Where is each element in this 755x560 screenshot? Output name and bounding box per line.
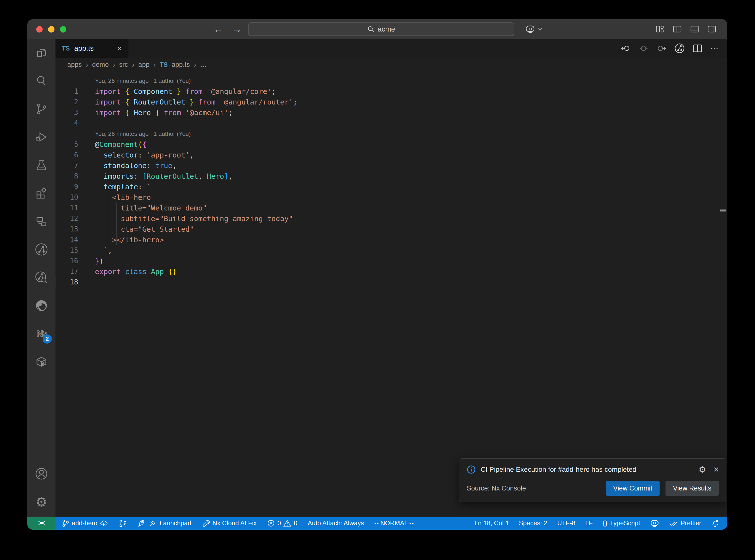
code-line: 16}) bbox=[56, 256, 728, 266]
code-line-content: }) bbox=[78, 257, 103, 265]
code-line-content: standalone: true, bbox=[78, 161, 177, 170]
tab-label: app.ts bbox=[74, 44, 94, 53]
typescript-file-icon: TS bbox=[160, 61, 168, 68]
close-icon[interactable]: × bbox=[714, 465, 719, 474]
breadcrumb-symbol-tail[interactable]: … bbox=[200, 61, 207, 68]
copilot-status-item[interactable] bbox=[650, 519, 659, 527]
remote-indicator[interactable]: >< bbox=[27, 517, 56, 530]
toggle-panel-icon[interactable] bbox=[690, 25, 699, 33]
code-line-content: @Component({ bbox=[78, 140, 147, 148]
git-compare-item[interactable] bbox=[119, 519, 127, 527]
containers-icon[interactable] bbox=[34, 354, 49, 370]
nx-graph-search-icon[interactable] bbox=[34, 269, 49, 285]
indent-guide bbox=[108, 193, 108, 256]
auto-attach-item[interactable]: Auto Attach: Always bbox=[308, 519, 364, 527]
search-icon[interactable] bbox=[34, 73, 49, 89]
tab-bar: TS app.ts × bbox=[56, 39, 728, 58]
line-number: 3 bbox=[56, 108, 78, 117]
code-line-content: imports: [RouterOutlet, Hero], bbox=[78, 172, 233, 180]
traffic-lights bbox=[36, 26, 66, 33]
code-line-content: export class App {} bbox=[78, 267, 177, 276]
zoom-window-button[interactable] bbox=[60, 26, 66, 33]
code-line: 4 bbox=[56, 118, 728, 128]
language-mode-item[interactable]: {} TypeScript bbox=[603, 519, 640, 527]
code-line: 12 subtitle="Build something amazing tod… bbox=[56, 213, 728, 224]
eol-item[interactable]: LF bbox=[585, 519, 593, 527]
command-center[interactable]: acme bbox=[248, 22, 514, 36]
copilot-icon bbox=[525, 24, 535, 34]
nx-console-icon[interactable]: N> 2 bbox=[34, 326, 49, 342]
split-editor-icon[interactable] bbox=[693, 44, 702, 53]
notifications-bell-item[interactable] bbox=[711, 519, 719, 527]
breadcrumb-item[interactable]: apps bbox=[67, 61, 82, 68]
code-line: 5@Component({ bbox=[56, 139, 728, 149]
more-actions-icon[interactable]: ⋯ bbox=[710, 43, 719, 53]
code-line: 17export class App {} bbox=[56, 266, 728, 277]
explorer-icon[interactable] bbox=[34, 45, 49, 61]
copilot-icon bbox=[650, 519, 659, 527]
blame-text[interactable]: You, 26 minutes ago | 1 author (You) bbox=[56, 131, 191, 137]
code-area[interactable]: You, 26 minutes ago | 1 author (You)1imp… bbox=[56, 72, 728, 517]
line-number: 14 bbox=[56, 236, 78, 244]
nx-graph-file-icon[interactable] bbox=[674, 43, 685, 54]
extensions-icon[interactable] bbox=[34, 185, 49, 201]
navigate-back-icon[interactable]: ← bbox=[214, 24, 223, 35]
indentation-item[interactable]: Spaces: 2 bbox=[519, 519, 548, 527]
go-back-icon[interactable] bbox=[621, 43, 631, 53]
line-number: 2 bbox=[56, 98, 78, 106]
last-edit-location-icon[interactable] bbox=[639, 43, 649, 53]
minimize-window-button[interactable] bbox=[48, 26, 55, 33]
copilot-menu-button[interactable] bbox=[525, 19, 543, 39]
tab-app-ts[interactable]: TS app.ts × bbox=[56, 39, 128, 58]
code-line: 14 ></lib-hero> bbox=[56, 234, 728, 245]
notification-settings-icon[interactable]: ⚙ bbox=[698, 465, 706, 475]
breadcrumb-file[interactable]: app.ts bbox=[172, 61, 190, 68]
accounts-icon[interactable] bbox=[34, 466, 49, 482]
go-forward-icon[interactable] bbox=[656, 43, 666, 53]
breadcrumb-item[interactable]: app bbox=[138, 61, 150, 68]
code-line: 18 bbox=[56, 277, 728, 287]
navigate-forward-icon[interactable]: → bbox=[232, 24, 242, 35]
edge-devtools-icon[interactable] bbox=[34, 298, 49, 314]
code-line: 3import { Hero } from '@acme/ui'; bbox=[56, 107, 728, 118]
toggle-secondary-sidebar-icon[interactable] bbox=[708, 25, 716, 33]
activity-bar: N> 2 ⚙ bbox=[27, 39, 56, 517]
run-debug-icon[interactable] bbox=[34, 129, 49, 145]
vim-mode-item[interactable]: -- NORMAL -- bbox=[374, 519, 414, 527]
view-commit-button[interactable]: View Commit bbox=[606, 481, 660, 496]
view-results-button[interactable]: View Results bbox=[665, 481, 719, 496]
code-line-content: title="Welcmoe demo" bbox=[78, 204, 207, 212]
git-branch-item[interactable]: add-hero bbox=[61, 519, 108, 527]
line-number: 6 bbox=[56, 151, 78, 159]
toast-title: CI Pipeline Execution for #add-hero has … bbox=[481, 466, 694, 474]
line-number: 12 bbox=[56, 215, 78, 223]
problems-item[interactable]: 0 0 bbox=[267, 519, 297, 527]
line-number: 17 bbox=[56, 267, 78, 276]
breadcrumb-item[interactable]: src bbox=[119, 61, 128, 68]
indent-guide bbox=[116, 203, 117, 245]
testing-icon[interactable] bbox=[34, 157, 49, 173]
braces-icon: {} bbox=[603, 520, 607, 527]
editor-region: TS app.ts × bbox=[56, 39, 728, 517]
nx-cloud-ai-fix-item[interactable]: Nx Cloud AI Fix bbox=[202, 519, 257, 527]
source-control-icon[interactable] bbox=[34, 101, 49, 117]
breadcrumb-item[interactable]: demo bbox=[92, 61, 109, 68]
nx-graph-icon[interactable] bbox=[34, 242, 49, 257]
launchpad-item[interactable]: Launchpad bbox=[137, 519, 191, 528]
encoding-item[interactable]: UTF-8 bbox=[557, 519, 576, 527]
cursor-position-item[interactable]: Ln 18, Col 1 bbox=[474, 519, 509, 527]
customize-layout-icon[interactable] bbox=[656, 25, 664, 33]
blame-text[interactable]: You, 26 minutes ago | 1 author (You) bbox=[56, 77, 191, 84]
indent-guide bbox=[99, 150, 99, 267]
formatter-item[interactable]: Prettier bbox=[669, 519, 701, 527]
line-number: 10 bbox=[56, 193, 78, 201]
line-number: 4 bbox=[56, 119, 78, 127]
project-references-icon[interactable] bbox=[34, 214, 49, 229]
tab-close-icon[interactable]: × bbox=[117, 44, 122, 53]
overview-ruler[interactable] bbox=[719, 72, 728, 517]
close-window-button[interactable] bbox=[36, 26, 43, 33]
chevron-down-icon bbox=[538, 27, 543, 31]
code-line: 9 template: ` bbox=[56, 181, 728, 192]
settings-gear-icon[interactable]: ⚙ bbox=[34, 494, 49, 510]
toggle-primary-sidebar-icon[interactable] bbox=[673, 25, 681, 33]
